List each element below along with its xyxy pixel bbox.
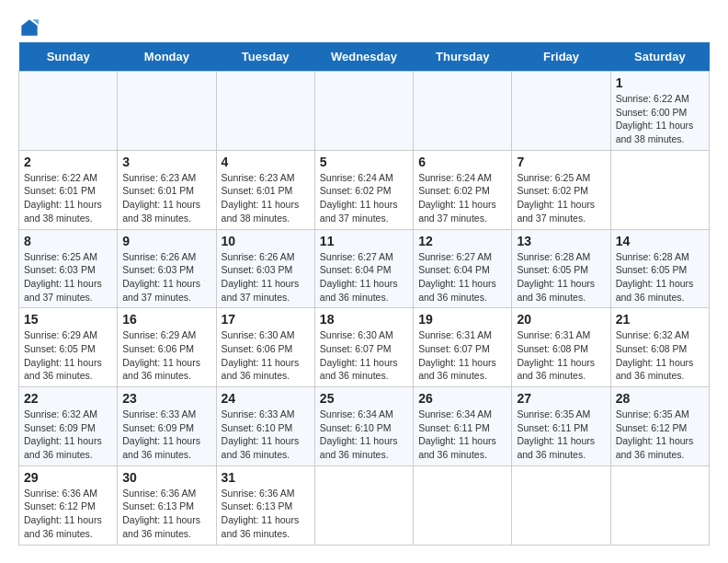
logo-icon (20, 18, 39, 37)
calendar-cell: 11Sunrise: 6:27 AM Sunset: 6:04 PM Dayli… (314, 229, 413, 308)
cell-info: Sunrise: 6:27 AM Sunset: 6:04 PM Dayligh… (418, 251, 496, 303)
date-number: 9 (122, 234, 210, 248)
cell-info: Sunrise: 6:24 AM Sunset: 6:02 PM Dayligh… (418, 172, 496, 224)
date-number: 21 (616, 312, 704, 327)
cell-info: Sunrise: 6:27 AM Sunset: 6:04 PM Dayligh… (320, 251, 398, 303)
date-number: 29 (24, 470, 112, 485)
date-number: 25 (320, 391, 408, 406)
cell-info: Sunrise: 6:35 AM Sunset: 6:12 PM Dayligh… (616, 408, 694, 460)
calendar-cell: 2Sunrise: 6:22 AM Sunset: 6:01 PM Daylig… (19, 150, 118, 229)
date-number: 5 (320, 155, 408, 169)
date-number: 16 (122, 312, 210, 327)
date-number: 19 (418, 312, 506, 327)
calendar-cell (512, 465, 610, 545)
cell-info: Sunrise: 6:25 AM Sunset: 6:02 PM Dayligh… (517, 172, 595, 224)
day-header-saturday: Saturday (610, 42, 709, 72)
calendar-cell: 20Sunrise: 6:31 AM Sunset: 6:08 PM Dayli… (512, 308, 610, 387)
calendar-cell (414, 72, 512, 151)
calendar-cell: 24Sunrise: 6:33 AM Sunset: 6:10 PM Dayli… (216, 387, 314, 466)
calendar-cell: 4Sunrise: 6:23 AM Sunset: 6:01 PM Daylig… (216, 150, 314, 229)
day-header-friday: Friday (512, 42, 610, 72)
calendar-cell (610, 150, 709, 229)
cell-info: Sunrise: 6:36 AM Sunset: 6:13 PM Dayligh… (222, 488, 300, 539)
cell-info: Sunrise: 6:22 AM Sunset: 6:00 PM Dayligh… (616, 93, 694, 144)
calendar-cell: 28Sunrise: 6:35 AM Sunset: 6:12 PM Dayli… (610, 387, 709, 466)
cell-info: Sunrise: 6:34 AM Sunset: 6:10 PM Dayligh… (320, 408, 398, 460)
calendar-cell: 18Sunrise: 6:30 AM Sunset: 6:07 PM Dayli… (314, 308, 413, 387)
calendar-cell: 15Sunrise: 6:29 AM Sunset: 6:05 PM Dayli… (19, 308, 118, 387)
date-number: 27 (517, 391, 605, 406)
cell-info: Sunrise: 6:31 AM Sunset: 6:08 PM Dayligh… (517, 329, 595, 381)
cell-info: Sunrise: 6:28 AM Sunset: 6:05 PM Dayligh… (517, 251, 595, 303)
day-header-monday: Monday (118, 42, 216, 72)
date-number: 24 (222, 391, 310, 406)
date-number: 2 (24, 155, 112, 169)
calendar-cell: 25Sunrise: 6:34 AM Sunset: 6:10 PM Dayli… (314, 387, 413, 466)
date-number: 30 (122, 470, 210, 485)
calendar-cell (512, 72, 610, 151)
calendar-cell (19, 72, 118, 151)
cell-info: Sunrise: 6:33 AM Sunset: 6:09 PM Dayligh… (122, 408, 200, 460)
calendar-cell: 10Sunrise: 6:26 AM Sunset: 6:03 PM Dayli… (216, 229, 314, 308)
cell-info: Sunrise: 6:26 AM Sunset: 6:03 PM Dayligh… (222, 251, 300, 303)
calendar-cell: 5Sunrise: 6:24 AM Sunset: 6:02 PM Daylig… (314, 150, 413, 229)
calendar-cell: 31Sunrise: 6:36 AM Sunset: 6:13 PM Dayli… (216, 465, 314, 545)
date-number: 4 (222, 155, 310, 169)
calendar-cell: 3Sunrise: 6:23 AM Sunset: 6:01 PM Daylig… (118, 150, 216, 229)
date-number: 7 (517, 155, 605, 169)
day-header-tuesday: Tuesday (216, 42, 314, 72)
cell-info: Sunrise: 6:30 AM Sunset: 6:06 PM Dayligh… (222, 329, 300, 381)
date-number: 20 (517, 312, 605, 327)
cell-info: Sunrise: 6:36 AM Sunset: 6:12 PM Dayligh… (24, 488, 102, 539)
calendar-cell (216, 72, 314, 151)
date-number: 12 (418, 234, 506, 248)
date-number: 3 (122, 155, 210, 169)
date-number: 23 (122, 391, 210, 406)
cell-info: Sunrise: 6:28 AM Sunset: 6:05 PM Dayligh… (616, 251, 694, 303)
date-number: 31 (222, 470, 310, 485)
svg-marker-0 (21, 19, 37, 35)
cell-info: Sunrise: 6:23 AM Sunset: 6:01 PM Dayligh… (222, 172, 300, 224)
date-number: 18 (320, 312, 408, 327)
calendar-cell (118, 72, 216, 151)
date-number: 15 (24, 312, 112, 327)
calendar-cell: 17Sunrise: 6:30 AM Sunset: 6:06 PM Dayli… (216, 308, 314, 387)
cell-info: Sunrise: 6:33 AM Sunset: 6:10 PM Dayligh… (222, 408, 300, 460)
cell-info: Sunrise: 6:29 AM Sunset: 6:06 PM Dayligh… (122, 329, 200, 381)
date-number: 10 (222, 234, 310, 248)
calendar-cell: 26Sunrise: 6:34 AM Sunset: 6:11 PM Dayli… (414, 387, 512, 466)
day-header-row: SundayMondayTuesdayWednesdayThursdayFrid… (19, 42, 710, 72)
cell-info: Sunrise: 6:22 AM Sunset: 6:01 PM Dayligh… (24, 172, 102, 224)
calendar-cell (610, 465, 709, 545)
date-number: 17 (222, 312, 310, 327)
date-number: 28 (616, 391, 704, 406)
calendar-cell: 21Sunrise: 6:32 AM Sunset: 6:08 PM Dayli… (610, 308, 709, 387)
calendar-week-2: 2Sunrise: 6:22 AM Sunset: 6:01 PM Daylig… (19, 150, 710, 229)
calendar-cell: 7Sunrise: 6:25 AM Sunset: 6:02 PM Daylig… (512, 150, 610, 229)
calendar-cell: 12Sunrise: 6:27 AM Sunset: 6:04 PM Dayli… (414, 229, 512, 308)
calendar-cell: 13Sunrise: 6:28 AM Sunset: 6:05 PM Dayli… (512, 229, 610, 308)
calendar-week-4: 15Sunrise: 6:29 AM Sunset: 6:05 PM Dayli… (19, 308, 710, 387)
day-header-wednesday: Wednesday (314, 42, 413, 72)
date-number: 26 (418, 391, 506, 406)
day-header-sunday: Sunday (19, 42, 118, 72)
cell-info: Sunrise: 6:31 AM Sunset: 6:07 PM Dayligh… (418, 329, 496, 381)
date-number: 22 (24, 391, 112, 406)
date-number: 6 (418, 155, 506, 169)
date-number: 8 (24, 234, 112, 248)
calendar-week-6: 29Sunrise: 6:36 AM Sunset: 6:12 PM Dayli… (19, 465, 710, 545)
calendar-week-5: 22Sunrise: 6:32 AM Sunset: 6:09 PM Dayli… (19, 387, 710, 466)
cell-info: Sunrise: 6:32 AM Sunset: 6:09 PM Dayligh… (24, 408, 102, 460)
cell-info: Sunrise: 6:23 AM Sunset: 6:01 PM Dayligh… (122, 172, 200, 224)
page-header (18, 18, 710, 33)
cell-info: Sunrise: 6:32 AM Sunset: 6:08 PM Dayligh… (616, 329, 694, 381)
calendar-cell: 9Sunrise: 6:26 AM Sunset: 6:03 PM Daylig… (118, 229, 216, 308)
calendar-cell: 22Sunrise: 6:32 AM Sunset: 6:09 PM Dayli… (19, 387, 118, 466)
calendar-week-1: 1Sunrise: 6:22 AM Sunset: 6:00 PM Daylig… (19, 72, 710, 151)
cell-info: Sunrise: 6:30 AM Sunset: 6:07 PM Dayligh… (320, 329, 398, 381)
calendar-cell: 19Sunrise: 6:31 AM Sunset: 6:07 PM Dayli… (414, 308, 512, 387)
date-number: 11 (320, 234, 408, 248)
cell-info: Sunrise: 6:35 AM Sunset: 6:11 PM Dayligh… (517, 408, 595, 460)
cell-info: Sunrise: 6:34 AM Sunset: 6:11 PM Dayligh… (418, 408, 496, 460)
cell-info: Sunrise: 6:36 AM Sunset: 6:13 PM Dayligh… (122, 488, 200, 539)
